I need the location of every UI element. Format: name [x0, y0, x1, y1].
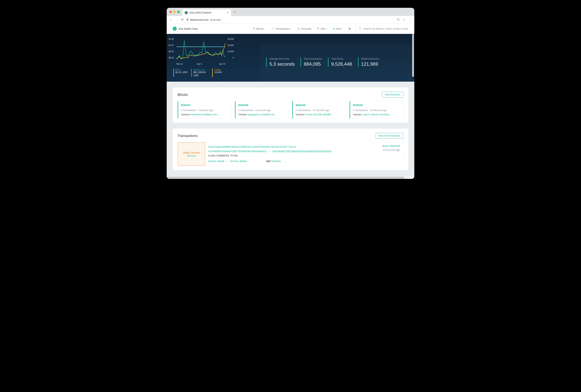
- view-all-blocks-button[interactable]: View All Blocks: [382, 92, 404, 98]
- validator-link[interactable]: Nethermind Validator (0x1…: [191, 113, 220, 116]
- address-bar[interactable]: blockscout.com/poa/xdai: [186, 18, 394, 21]
- new-tab-button[interactable]: +: [234, 10, 236, 14]
- block-card[interactable]: 9526447 0 Transactions3 seconds ago Vali…: [178, 101, 232, 118]
- sliders-icon: [317, 27, 319, 30]
- view-all-transactions-button[interactable]: View All Transactions: [376, 133, 404, 139]
- transactions-panel: Transactions View All Transactions Token…: [172, 129, 408, 170]
- svg-point-6: [318, 28, 318, 28]
- menu-icon[interactable]: ⋮: [409, 18, 412, 22]
- tx-to-link[interactable]: 0x0Fd6e8F2320C90e9D4b3A5bd888c4D556d20Ab…: [272, 150, 332, 153]
- mini-stat-txday: Tx/day 24,644: [212, 68, 222, 77]
- stat-block-time: Average block time 5.3 seconds: [266, 57, 294, 67]
- validator-link[interactable]: Lab10 collective (0x10aa–…: [363, 113, 392, 116]
- svg-line-10: [360, 29, 361, 30]
- star-icon[interactable]: ☆: [403, 18, 406, 22]
- tx-meta: Block #9526445 13 seconds ago: [372, 142, 403, 166]
- brand[interactable]: x xDai Stable Chain: [172, 27, 198, 31]
- lock-icon: [186, 18, 189, 21]
- maximize-window-button[interactable]: [177, 11, 180, 13]
- svg-point-8: [318, 29, 318, 29]
- status-dot-icon: [334, 28, 334, 29]
- window-titlebar: xDai (xDAI) Explorer × +: [167, 8, 414, 16]
- reload-button[interactable]: ⟳: [181, 18, 184, 22]
- tab-title: xDai (xDAI) Explorer: [189, 11, 212, 14]
- svg-line-1: [399, 20, 400, 21]
- svg-point-2: [298, 28, 299, 28]
- token-link[interactable]: SARAFU: [271, 160, 281, 163]
- transaction-card: Token Transfer Success 0xb1e2ad62ddb66f6…: [178, 142, 404, 166]
- chevron-down-icon: ▾: [265, 28, 266, 30]
- chevron-down-icon: ▾: [327, 28, 328, 30]
- close-window-button[interactable]: [170, 11, 172, 13]
- content-area: Blocks View All Blocks 9526447 0 Transac…: [167, 82, 414, 176]
- block-cards-row: 9526447 0 Transactions3 seconds ago Vali…: [178, 101, 404, 118]
- tx-ago: 13 seconds ago: [375, 149, 400, 151]
- block-number[interactable]: 9526444: [353, 104, 400, 107]
- search-icon: [359, 27, 362, 30]
- blocks-panel: Blocks View All Blocks 9526447 0 Transac…: [172, 87, 408, 123]
- stat-total-blocks: Total blocks 9,526,448: [328, 57, 352, 67]
- site-navbar: x xDai Stable Chain Blocks▾ Transactions…: [167, 24, 414, 34]
- transfer-amount: 600: [266, 160, 270, 163]
- address-bar-row: ← → ⟳ blockscout.com/poa/xdai ☆ ⋮: [167, 16, 414, 24]
- svg-point-7: [318, 28, 318, 29]
- chart-svg: [176, 38, 225, 62]
- validator-link[interactable]: Gnosis (0x1438–e54df8): [305, 113, 331, 116]
- search-input[interactable]: [364, 27, 408, 30]
- logo-hexagon-icon: x: [172, 27, 177, 31]
- url-path: /poa/xdai: [210, 18, 221, 21]
- arrow-right-icon: →: [268, 150, 271, 153]
- tx-hash-link[interactable]: 0xb1e2ad62ddb66f61dee0a418f481dc312e8234…: [208, 146, 296, 148]
- zoom-icon[interactable]: [397, 18, 400, 22]
- cube-icon: [253, 27, 255, 30]
- nav-transactions[interactable]: Transactions▾: [270, 27, 294, 30]
- block-number[interactable]: 9526447: [181, 104, 228, 107]
- search-wrap: [356, 24, 408, 34]
- mini-stat-marketcap: Market Cap $61,308.64 USD: [191, 68, 208, 77]
- exchange-icon: [272, 27, 274, 30]
- nav-accounts[interactable]: Accounts: [295, 27, 313, 30]
- block-number[interactable]: 9526446: [238, 104, 286, 107]
- nav-network[interactable]: xDai▾: [332, 27, 345, 30]
- theme-toggle[interactable]: [346, 27, 353, 30]
- nav-apis[interactable]: APIs▾: [315, 27, 330, 30]
- arrow-right-icon: →: [226, 160, 228, 163]
- person-icon: [297, 27, 300, 30]
- mini-stats: Price $1.01 USD Market Cap $61,308.64 US…: [172, 68, 254, 77]
- tx-block-link[interactable]: Block #9526445: [382, 145, 400, 147]
- url-host: blockscout.com: [190, 18, 208, 21]
- brand-label: xDai Stable Chain: [178, 27, 198, 30]
- chevron-down-icon: ▾: [291, 28, 292, 30]
- browser-tab[interactable]: xDai (xDAI) Explorer ×: [182, 9, 231, 16]
- validator-link[interactable]: galtproject.io (0x0000–b6…: [248, 113, 277, 116]
- transfer-to-link[interactable]: 0x774e–4bf64a: [230, 160, 247, 163]
- chevron-down-icon: ▾: [342, 28, 343, 30]
- forward-button[interactable]: →: [175, 18, 178, 22]
- nav-blocks[interactable]: Blocks▾: [251, 27, 268, 30]
- transfer-from-link[interactable]: 0x0e92–d61f8f: [208, 160, 224, 163]
- hero-section: $1.50 $1.00 $0.50 $0.00 30,000 20,000 10…: [167, 34, 414, 82]
- tx-details: 0xb1e2ad62ddb66f61dee0a418f481dc312e8234…: [205, 142, 372, 166]
- vertical-scrollbar[interactable]: [412, 34, 414, 176]
- close-tab-button[interactable]: ×: [227, 11, 229, 14]
- tx-from-link[interactable]: 0x2A085B419358A0F309775D04528478dE0dab55…: [208, 150, 267, 153]
- svg-point-0: [397, 18, 399, 20]
- tx-type-badge: Token Transfer Success: [178, 142, 205, 166]
- transactions-title: Transactions: [178, 134, 198, 138]
- price-chart: $1.50 $1.00 $0.50 $0.00 30,000 20,000 10…: [176, 38, 225, 62]
- back-button[interactable]: ←: [170, 18, 172, 22]
- minimize-window-button[interactable]: [173, 11, 176, 13]
- block-card[interactable]: 9526446 0 Transactions8 seconds ago Vali…: [235, 101, 289, 118]
- moon-icon: [348, 27, 351, 30]
- svg-point-9: [359, 27, 361, 29]
- favicon-icon: [185, 11, 188, 14]
- hero-stats: Average block time 5.3 seconds Total tra…: [260, 44, 414, 82]
- mini-stat-price: Price $1.01 USD: [173, 68, 187, 77]
- block-card[interactable]: 9526445 2 Transactions13 seconds ago Val…: [292, 101, 346, 118]
- traffic-lights: [170, 11, 180, 13]
- page-body: x xDai Stable Chain Blocks▾ Transactions…: [167, 24, 414, 179]
- block-card[interactable]: 9526444 0 Transactions18 seconds ago Val…: [350, 101, 404, 118]
- horizontal-scrollbar[interactable]: [167, 176, 414, 179]
- block-number[interactable]: 9526445: [296, 104, 343, 107]
- stat-total-tx: Total transactions 884,095: [300, 57, 322, 67]
